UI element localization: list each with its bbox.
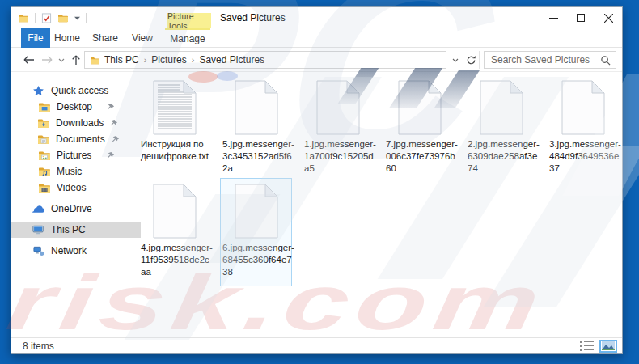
sidebar-item-this-pc[interactable]: This PC	[11, 222, 141, 238]
sidebar-item-label: Music	[57, 166, 82, 177]
details-view-button[interactable]	[578, 340, 595, 353]
sidebar-item-label: This PC	[51, 224, 86, 235]
folder-downloads-icon	[37, 117, 50, 129]
sidebar-item-label: Quick access	[51, 85, 108, 96]
up-button[interactable]	[67, 48, 85, 72]
sidebar-item-network[interactable]: Network	[11, 243, 141, 259]
file-name: 3.jpg.messenger- 484d9f3649536e 37	[549, 138, 622, 175]
folder-pictures-icon	[37, 150, 51, 161]
qat-divider	[35, 13, 36, 23]
star-icon	[32, 85, 45, 97]
window-controls	[540, 7, 622, 28]
titlebar: Picture Tools Saved Pictures	[11, 7, 622, 28]
pin-icon	[109, 119, 118, 128]
cloud-icon	[32, 204, 45, 214]
file-list: Инструкция по дешифровке.txt5.jpg.messen…	[141, 75, 631, 282]
sidebar-item-onedrive[interactable]: OneDrive	[11, 201, 141, 217]
sidebar-item-label: OneDrive	[51, 203, 92, 214]
sidebar-item-music[interactable]: Music	[11, 163, 141, 180]
ribbon-tabs: FileHomeShareViewManage ?	[11, 28, 622, 48]
recent-locations-chevron-icon[interactable]	[56, 48, 67, 72]
sidebar-item-quick-access[interactable]: Quick access	[11, 83, 141, 99]
sidebar-item-label: Desktop	[57, 101, 92, 112]
file-name: Инструкция по дешифровке.txt	[141, 138, 214, 163]
file-tile[interactable]: Инструкция по дешифровке.txt	[141, 75, 222, 179]
file-name: 6.jpg.messenger- 68455c360f64e7 38	[222, 242, 295, 278]
minimize-button[interactable]	[540, 7, 567, 28]
file-name: 2.jpg.messenger- 6309dae258af3e 74	[468, 138, 540, 175]
new-folder-icon[interactable]	[57, 13, 69, 23]
file-tile[interactable]: 6.jpg.messenger- 68455c360f64e7 38	[222, 179, 304, 282]
blank-file-icon	[235, 184, 278, 239]
folder-documents-icon	[37, 133, 50, 145]
folder-window-icon[interactable]	[18, 13, 29, 23]
sidebar-item-pictures[interactable]: Pictures	[11, 147, 141, 163]
thumbnail-view-button[interactable]	[599, 340, 617, 353]
file-name: 5.jpg.messenger- 3c3453152ad5f6 2a	[222, 138, 295, 175]
search-input[interactable]	[484, 51, 616, 69]
sidebar-item-label: Pictures	[57, 150, 91, 161]
item-count: 8 items	[11, 341, 54, 352]
breadcrumb-item[interactable]: Pictures	[151, 54, 186, 66]
qat-caret-icon[interactable]	[74, 16, 80, 20]
file-tile[interactable]: 2.jpg.messenger- 6309dae258af3e 74	[468, 75, 549, 179]
window-title: Saved Pictures	[220, 7, 286, 28]
pin-icon	[111, 135, 120, 144]
breadcrumb-item[interactable]: Saved Pictures	[199, 54, 264, 66]
sidebar-item-label: Network	[51, 245, 87, 256]
network-icon	[32, 245, 45, 256]
search-box	[484, 51, 616, 69]
tab-file[interactable]: File	[21, 28, 50, 48]
pin-icon	[106, 151, 115, 160]
sidebar-item-desktop[interactable]: Desktop	[11, 99, 141, 115]
file-tile[interactable]: 1.jpg.messenger- 1a700f9c15205d a5	[304, 75, 386, 179]
close-button[interactable]	[595, 7, 622, 28]
tab-manage[interactable]: Manage	[165, 28, 210, 48]
folder-icon	[90, 56, 100, 65]
address-bar: This PC›Pictures›Saved Pictures	[11, 48, 622, 72]
search-icon	[600, 54, 611, 69]
maximize-button[interactable]	[567, 7, 595, 28]
address-dropdown-chevron-icon[interactable]	[448, 51, 463, 69]
back-button[interactable]	[19, 48, 37, 72]
sidebar-item-label: Downloads	[56, 117, 104, 129]
file-tile[interactable]: 5.jpg.messenger- 3c3453152ad5f6 2a	[222, 75, 304, 179]
blank-file-icon	[398, 80, 442, 135]
forward-button[interactable]	[38, 48, 56, 72]
text-file-icon	[153, 80, 197, 135]
breadcrumb-item[interactable]: This PC	[104, 54, 139, 66]
sidebar-item-documents[interactable]: Documents	[11, 131, 141, 147]
file-name: 4.jpg.messenger- 11f9539518de2c aa	[141, 242, 214, 278]
pc-icon	[32, 224, 45, 235]
refresh-button[interactable]	[463, 51, 480, 69]
properties-check-icon[interactable]	[41, 13, 52, 23]
sidebar-item-downloads[interactable]: Downloads	[11, 115, 141, 131]
explorer-window: Picture Tools Saved Pictures FileHomeSha…	[11, 6, 623, 354]
folder-music-icon	[37, 166, 51, 177]
view-toggle	[578, 340, 617, 353]
folder-videos-icon	[37, 182, 51, 193]
blank-file-icon	[153, 184, 197, 239]
tab-view[interactable]: View	[126, 28, 159, 48]
navigation-pane: Quick accessDesktopDownloadsDocumentsPic…	[11, 72, 141, 339]
breadcrumb: This PC›Pictures›Saved Pictures	[104, 54, 264, 66]
blank-file-icon	[235, 80, 278, 135]
sidebar-item-videos[interactable]: Videos	[11, 180, 141, 196]
file-name: 7.jpg.messenger- 006c37fe73976b 60	[386, 138, 459, 175]
file-tile[interactable]: 7.jpg.messenger- 006c37fe73976b 60	[386, 75, 468, 179]
blank-file-icon	[316, 80, 360, 135]
tab-home[interactable]: Home	[50, 28, 84, 48]
folder-desktop-icon	[37, 101, 51, 112]
contextual-tab-group-label: Picture Tools	[167, 13, 211, 28]
file-tile[interactable]: 3.jpg.messenger- 484d9f3649536e 37	[549, 75, 631, 179]
tab-share[interactable]: Share	[89, 28, 121, 48]
file-tile[interactable]: 4.jpg.messenger- 11f9539518de2c aa	[141, 179, 222, 282]
address-field[interactable]: This PC›Pictures›Saved Pictures	[84, 51, 446, 69]
blank-file-icon	[480, 80, 523, 135]
quick-access-toolbar	[18, 7, 87, 28]
blank-file-icon	[561, 80, 605, 135]
pin-icon	[106, 103, 115, 112]
sidebar-item-label: Documents	[56, 133, 105, 145]
qat-divider	[86, 13, 87, 23]
sidebar-item-label: Videos	[57, 182, 86, 193]
